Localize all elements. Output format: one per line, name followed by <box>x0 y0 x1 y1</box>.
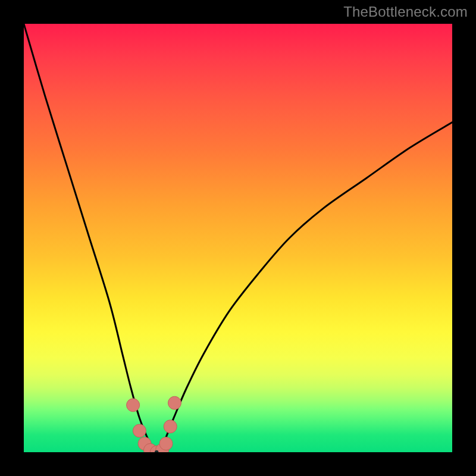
watermark-text: TheBottleneck.com <box>343 4 468 20</box>
data-marker <box>164 420 177 433</box>
data-marker <box>159 437 173 450</box>
bottleneck-curve <box>24 24 452 452</box>
curve-svg <box>24 24 452 452</box>
chart-frame: TheBottleneck.com <box>0 0 476 476</box>
plot-area <box>24 24 452 452</box>
data-marker <box>133 424 146 437</box>
data-marker <box>168 396 181 409</box>
data-marker <box>127 399 140 412</box>
